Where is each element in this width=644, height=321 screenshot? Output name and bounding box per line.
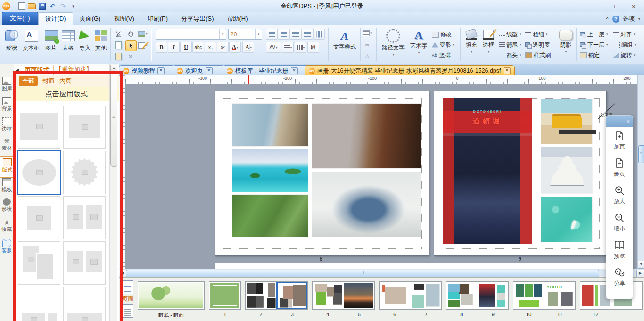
close-tab-icon[interactable]: ✕: [157, 67, 165, 74]
thumb-page-4[interactable]: [314, 283, 343, 308]
align-center-button[interactable]: [278, 29, 289, 40]
sidebar-item-shape[interactable]: 形状: [0, 197, 14, 217]
align-justify-button[interactable]: [301, 29, 313, 40]
layout-template-5[interactable]: [18, 196, 60, 239]
thumb-page-11[interactable]: YOUTH: [545, 283, 574, 308]
menu-share-export[interactable]: 分享导出(S): [174, 13, 220, 25]
select-tool-button[interactable]: [125, 40, 137, 51]
draw-tool-dropdown[interactable]: ▾: [138, 40, 148, 50]
sidebar-item-background[interactable]: 背景: [0, 96, 14, 116]
sidebar-item-layout[interactable]: 版式: [0, 156, 14, 178]
tab-current-document[interactable]: DPS 画册-大16开硬壳精装-毕业纪念册-水彩风格青葱岁月190816-152…: [305, 65, 515, 76]
line-weight-button[interactable]: 粗细▾: [525, 30, 548, 39]
photo-japanese-castle[interactable]: [541, 147, 592, 193]
line-type-button[interactable]: 线型▾: [499, 30, 521, 39]
group-button[interactable]: 编组▾: [613, 40, 636, 49]
scroll-left-icon[interactable]: ◀: [119, 270, 126, 278]
scroll-up-icon[interactable]: ▲: [110, 65, 117, 72]
preview-button[interactable]: 预览: [606, 236, 633, 263]
photo-turquoise-sea-boat[interactable]: [541, 197, 592, 242]
send-backward-button[interactable]: 下一层▾: [580, 40, 608, 49]
layout-template-7[interactable]: [18, 241, 60, 285]
style-brush-button[interactable]: 样式刷: [525, 50, 551, 60]
options-dropdown-icon[interactable]: ▾: [638, 17, 640, 21]
arrow-head-button[interactable]: 箭头▾: [499, 50, 521, 60]
menu-view[interactable]: 视图(V): [107, 13, 140, 25]
thumb-page-9[interactable]: [478, 283, 507, 308]
highlight-color-button[interactable]: A▾: [242, 42, 254, 53]
link-button[interactable]: ∞: [362, 40, 372, 50]
subscript-button[interactable]: x₂: [205, 42, 216, 53]
next-spread-preview[interactable]: [215, 263, 607, 269]
page-view-icon[interactable]: [122, 280, 133, 294]
filter-inner-page[interactable]: 内页: [59, 77, 72, 85]
delete-page-button[interactable]: 删页: [606, 154, 633, 181]
close-button[interactable]: ×: [623, 1, 644, 11]
vertical-align-button[interactable]: [313, 29, 325, 40]
layout-panel-tab[interactable]: 页面版式: [21, 65, 54, 75]
fill-button[interactable]: 填充 ▾: [464, 30, 479, 54]
menu-design[interactable]: 设计(D): [38, 12, 73, 25]
layout-template-2[interactable]: [63, 106, 106, 149]
layout-template-1[interactable]: [18, 106, 60, 149]
layout-template-6[interactable]: [63, 196, 106, 239]
picture-fill-dropdown[interactable]: ▾: [138, 29, 148, 39]
photo-tropical-island[interactable]: [232, 149, 308, 192]
minimize-button[interactable]: –: [582, 1, 603, 11]
collapse-ribbon-icon[interactable]: ^: [606, 16, 609, 23]
import-tool-button[interactable]: 导入: [76, 27, 93, 61]
photo-aerial-field[interactable]: [232, 195, 308, 237]
redo-button[interactable]: ↷: [59, 2, 67, 10]
vertical-text-button[interactable]: Ab 竖排: [432, 50, 451, 60]
paragraph-button[interactable]: 段: [307, 42, 319, 53]
underline-button[interactable]: U: [180, 42, 192, 53]
close-tab-icon[interactable]: ✕: [504, 67, 511, 74]
layout-template-10[interactable]: [63, 287, 106, 321]
sidebar-item-frame[interactable]: 边框: [0, 116, 14, 136]
art-text-button[interactable]: A 艺术字 ▾: [408, 29, 429, 55]
maximize-button[interactable]: □: [603, 1, 623, 11]
sidebar-item-material[interactable]: ❋ 素材: [0, 136, 14, 156]
scrollbar-thumb[interactable]: [110, 72, 117, 167]
columns-button[interactable]: ▾: [295, 42, 306, 53]
filter-cover[interactable]: 封面: [42, 77, 55, 85]
font-family-select[interactable]: ▾: [156, 29, 226, 40]
spread-view-icon[interactable]: [122, 304, 133, 318]
strikethrough-button[interactable]: abc: [192, 42, 204, 53]
thumb-page-6[interactable]: [380, 283, 410, 308]
panel-scrollbar[interactable]: ▲: [109, 64, 117, 321]
thumb-page-1[interactable]: [210, 283, 239, 308]
bold-button[interactable]: B: [156, 42, 167, 53]
arrow-tail-button[interactable]: 箭尾▾: [499, 40, 521, 49]
zoom-out-button[interactable]: 缩小: [606, 209, 633, 236]
menu-file[interactable]: 文件(F): [2, 12, 38, 25]
rotate-button[interactable]: 旋转▾: [613, 50, 636, 60]
sidebar-item-gallery[interactable]: 图库: [0, 75, 14, 96]
transform-button[interactable]: 变形▾: [432, 40, 454, 49]
other-tool-button[interactable]: 其他: [92, 27, 109, 61]
thumb-page-8[interactable]: [447, 283, 477, 308]
options-button[interactable]: 选项: [623, 15, 635, 23]
image-tool-button[interactable]: 图片: [42, 27, 59, 61]
text-wrap-button[interactable]: ▾: [362, 28, 372, 38]
copy-button[interactable]: [113, 40, 124, 50]
photo-acropolis[interactable]: [232, 104, 308, 146]
vertical-scrollbar[interactable]: ▼: [637, 75, 644, 269]
close-icon[interactable]: ×: [626, 118, 630, 125]
menu-print[interactable]: 印刷(P): [141, 13, 174, 25]
opacity-button[interactable]: 透明度: [525, 40, 550, 49]
textbox-tool-button[interactable]: 文本框: [21, 27, 41, 61]
new-document-button[interactable]: [17, 2, 25, 10]
layout-template-8[interactable]: [63, 241, 106, 285]
filter-all[interactable]: 全部: [19, 76, 38, 86]
lock-button[interactable]: 锁定: [580, 50, 600, 60]
cut-button[interactable]: [113, 29, 124, 39]
path-text-button[interactable]: 路径文字 ▾: [380, 29, 406, 57]
tab-welcome[interactable]: DPS 欢迎页 ✕: [173, 65, 224, 76]
line-spacing-button[interactable]: ▾: [282, 42, 294, 53]
layout-template-4[interactable]: [63, 151, 106, 194]
bring-forward-button[interactable]: 上一层▾: [580, 30, 608, 39]
table-tool-button[interactable]: 表格: [59, 27, 76, 61]
scrollbar-thumb[interactable]: [638, 145, 644, 163]
modify-button[interactable]: 修改: [432, 30, 452, 39]
